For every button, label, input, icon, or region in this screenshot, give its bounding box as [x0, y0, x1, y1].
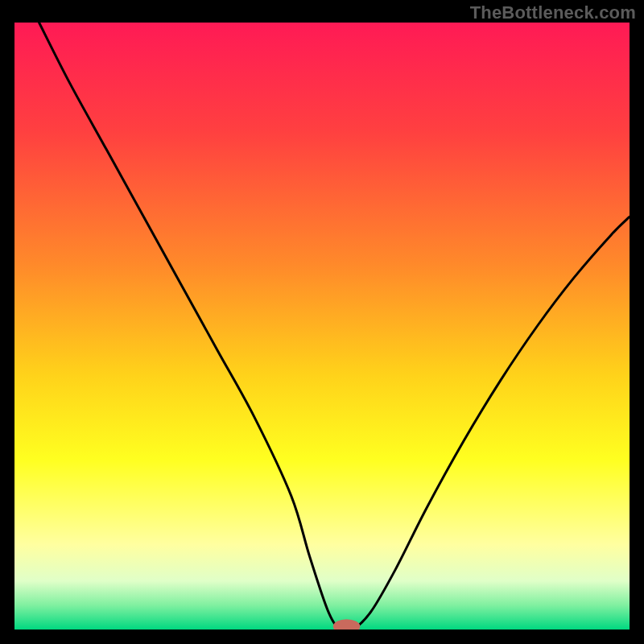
plot-area	[14, 23, 630, 630]
chart-frame: TheBottleneck.com	[0, 0, 644, 644]
bottleneck-chart	[14, 23, 630, 630]
watermark-text: TheBottleneck.com	[470, 2, 636, 23]
